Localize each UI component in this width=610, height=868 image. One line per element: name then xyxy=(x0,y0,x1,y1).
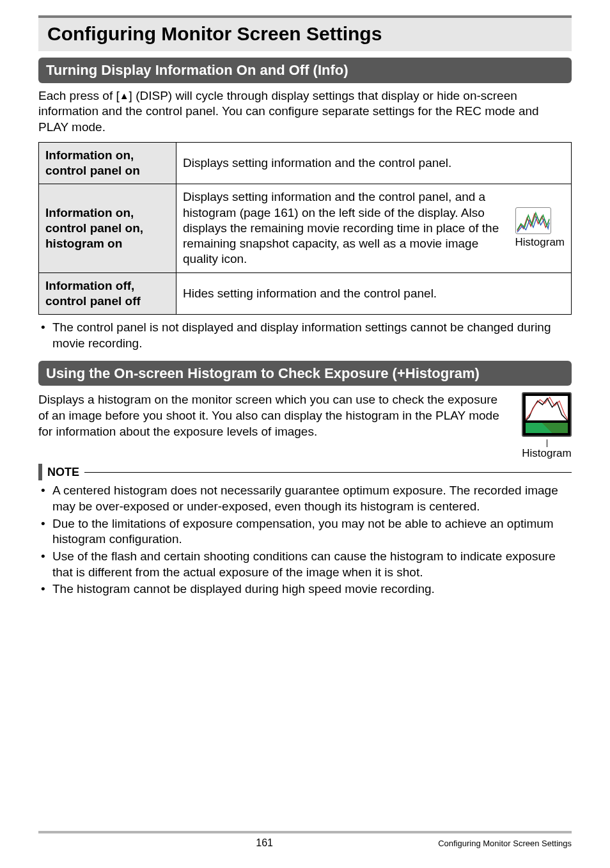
table-row: Information on, control panel on, histog… xyxy=(39,184,572,273)
table-row: Information on, control panel on Display… xyxy=(39,142,572,184)
note-label: NOTE xyxy=(47,466,79,479)
list-item: A centered histogram does not necessaril… xyxy=(38,483,572,514)
row3-desc: Hides setting information and the contro… xyxy=(176,272,572,315)
page-footer: 161 Configuring Monitor Screen Settings xyxy=(38,831,572,849)
section2-intro: Displays a histogram on the monitor scre… xyxy=(38,392,509,439)
row2-desc: Displays setting information and the con… xyxy=(183,189,509,267)
list-item: The histogram cannot be displayed during… xyxy=(38,581,572,597)
row3-label: Information off, control panel off xyxy=(39,272,176,315)
section2-note-list: A centered histogram does not necessaril… xyxy=(38,483,572,597)
row2-label: Information on, control panel on, histog… xyxy=(39,184,176,273)
section1-note-list: The control panel is not displayed and d… xyxy=(38,320,572,351)
info-modes-table: Information on, control panel on Display… xyxy=(38,142,572,315)
table-row: Information off, control panel off Hides… xyxy=(39,272,572,315)
row2-fig-caption: Histogram xyxy=(515,235,565,249)
row1-label: Information on, control panel on xyxy=(39,142,176,184)
note-header: NOTE xyxy=(38,464,572,480)
section1-intro: Each press of [▲] (DISP) will cycle thro… xyxy=(38,88,572,136)
histogram-icon xyxy=(515,207,551,234)
list-item: Use of the flash and certain shooting co… xyxy=(38,549,572,580)
intro-pre: Each press of [ xyxy=(38,89,120,102)
row2-cell: Displays setting information and the con… xyxy=(176,184,572,273)
footer-running-title: Configuring Monitor Screen Settings xyxy=(305,839,572,848)
note-rule xyxy=(84,472,572,473)
list-item: Due to the limitations of exposure compe… xyxy=(38,516,572,548)
row2-figure: Histogram xyxy=(515,207,565,249)
section2-fig-caption: Histogram xyxy=(522,447,572,460)
section2-figure: Histogram xyxy=(522,392,572,460)
svg-marker-0 xyxy=(526,398,568,421)
list-item: The control panel is not displayed and d… xyxy=(38,320,572,351)
histogram-large-icon xyxy=(522,392,572,437)
section-heading-info: Turning Display Information On and Off (… xyxy=(38,58,572,83)
page-number: 161 xyxy=(38,837,305,849)
note-bar-icon xyxy=(38,464,42,480)
section-heading-histogram: Using the On-screen Histogram to Check E… xyxy=(38,361,572,386)
row1-desc: Displays setting information and the con… xyxy=(176,142,572,184)
up-triangle-icon: ▲ xyxy=(120,90,129,102)
chapter-title-bar: Configuring Monitor Screen Settings xyxy=(38,15,572,51)
chapter-title: Configuring Monitor Screen Settings xyxy=(47,23,563,45)
